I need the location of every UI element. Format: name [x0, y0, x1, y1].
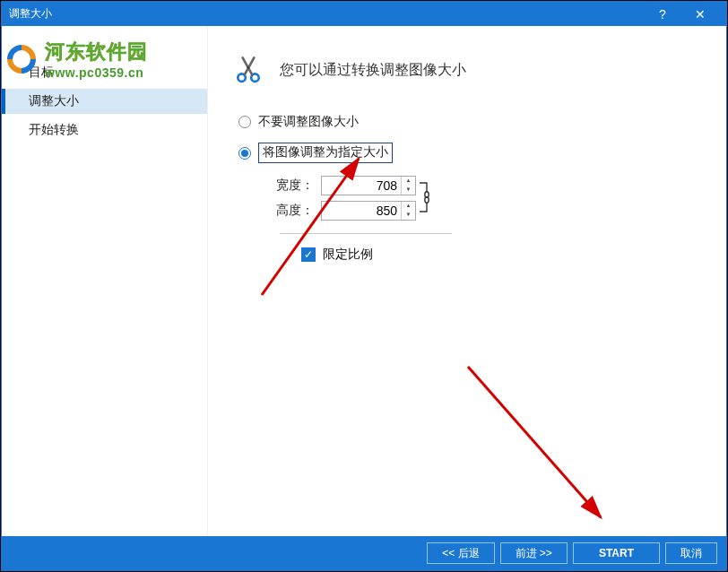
sidebar-item-resize[interactable]: 调整大小: [2, 89, 207, 114]
spinner-buttons[interactable]: ▲▼: [401, 202, 415, 220]
cancel-button[interactable]: 取消: [665, 542, 717, 564]
sidebar-item-label: 目标: [29, 65, 54, 81]
close-button[interactable]: ✕: [681, 2, 719, 26]
lock-ratio-row[interactable]: ✓ 限定比例: [301, 247, 701, 263]
radio-resize-specified[interactable]: 将图像调整为指定大小: [238, 143, 701, 163]
dimensions-block: 宽度： ▲▼ 高度： ▲▼: [238, 176, 701, 263]
width-row: 宽度： ▲▼: [264, 176, 701, 195]
window-title: 调整大小: [9, 6, 644, 22]
page-title: 您可以通过转换调整图像大小: [280, 61, 466, 80]
back-button[interactable]: << 后退: [427, 542, 494, 564]
separator: [280, 233, 452, 234]
help-button[interactable]: ?: [644, 2, 681, 26]
forward-button[interactable]: 前进 >>: [500, 542, 568, 564]
checkbox-icon: ✓: [301, 247, 316, 262]
height-input[interactable]: [322, 202, 401, 220]
height-row: 高度： ▲▼: [264, 201, 701, 221]
width-label: 宽度：: [264, 178, 314, 194]
radio-label: 不要调整图像大小: [258, 114, 359, 130]
sidebar: 目标 调整大小 开始转换: [2, 26, 208, 536]
start-button[interactable]: START: [573, 542, 660, 564]
svg-line-6: [468, 367, 601, 517]
spinner-buttons[interactable]: ▲▼: [401, 177, 415, 195]
sidebar-item-label: 调整大小: [29, 93, 79, 109]
checkbox-label: 限定比例: [323, 247, 373, 263]
scissors-icon: [233, 53, 264, 87]
width-spinner[interactable]: ▲▼: [321, 176, 416, 195]
width-input[interactable]: [322, 177, 401, 195]
radio-label: 将图像调整为指定大小: [258, 143, 393, 163]
radio-icon: [238, 147, 251, 160]
app-window: 调整大小 ? ✕ 河东软件园 www.pc0359.cn 目标 调整大小: [1, 1, 727, 571]
annotation-arrow-2: [459, 358, 611, 528]
sidebar-item-target[interactable]: 目标: [2, 60, 207, 85]
sidebar-item-label: 开始转换: [29, 122, 79, 138]
sidebar-item-start[interactable]: 开始转换: [2, 117, 207, 143]
resize-form: 不要调整图像大小 将图像调整为指定大小 宽度： ▲▼: [233, 114, 701, 263]
height-spinner[interactable]: ▲▼: [321, 201, 416, 221]
svg-point-2: [247, 66, 250, 69]
link-aspect-icon[interactable]: [418, 179, 430, 219]
height-label: 高度：: [264, 203, 314, 219]
page-header: 您可以通过转换调整图像大小: [233, 53, 701, 87]
radio-icon: [238, 116, 251, 128]
content-area: 河东软件园 www.pc0359.cn 目标 调整大小 开始转换: [2, 26, 726, 536]
main-panel: 您可以通过转换调整图像大小 不要调整图像大小 将图像调整为指定大小 宽度：: [208, 26, 726, 536]
footer: << 后退 前进 >> START 取消: [2, 536, 726, 570]
titlebar: 调整大小 ? ✕: [2, 2, 726, 26]
radio-no-resize[interactable]: 不要调整图像大小: [238, 114, 701, 130]
